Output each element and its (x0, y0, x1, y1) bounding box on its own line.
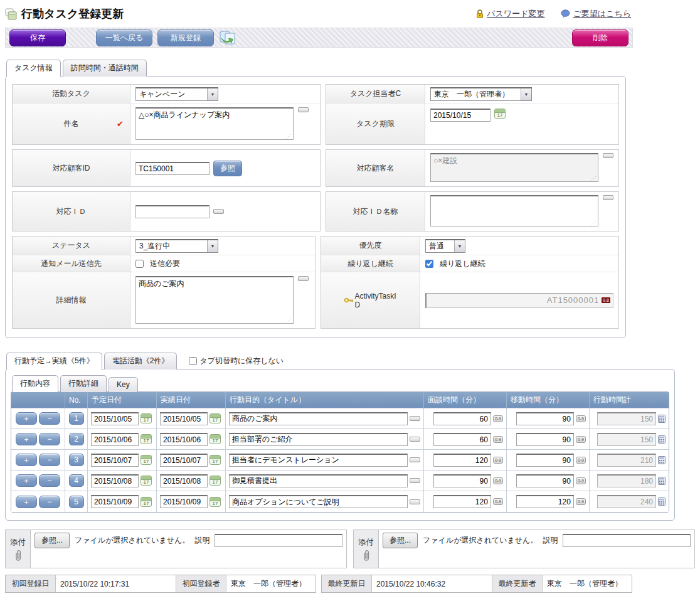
task-owner-select[interactable]: 東京 一郎（管理者） ▼ (430, 87, 532, 101)
activity-task-select[interactable]: キャンペーン ▼ (135, 87, 218, 101)
activity-table-header: No. 予定日付 実績日付 行動目的（タイトル） 面談時間（分） 移動時間（分）… (11, 392, 669, 408)
add-row-button[interactable]: ＋ (16, 474, 37, 487)
last-upd-date-label: 最終更新日 (322, 575, 372, 592)
calendar-icon[interactable]: 17 (141, 413, 152, 423)
no-save-on-tab-switch-checkbox[interactable] (189, 357, 197, 365)
customer-id-input[interactable] (135, 162, 209, 175)
remove-row-button[interactable]: − (39, 412, 60, 425)
browse-file-button[interactable]: 参照... (383, 533, 418, 548)
delete-button[interactable]: 削除 (572, 29, 628, 46)
save-button[interactable]: 保存 (9, 29, 66, 46)
notify-mail-checkbox[interactable] (135, 260, 144, 268)
remove-row-button[interactable]: − (39, 496, 60, 508)
meeting-time-input[interactable] (433, 412, 491, 425)
purpose-input[interactable] (229, 412, 408, 425)
taiou-id-name-textarea[interactable] (430, 195, 598, 226)
task-deadline-input[interactable] (430, 109, 491, 122)
back-to-list-button[interactable]: 一覧へ戻る (96, 29, 152, 46)
expand-field-button[interactable] (298, 276, 309, 281)
description-input[interactable] (215, 534, 342, 547)
actual-date-input[interactable] (160, 454, 208, 467)
status-select[interactable]: 3_進行中 ▼ (135, 239, 218, 253)
add-row-button[interactable]: ＋ (16, 496, 37, 508)
calculator-icon (658, 497, 666, 506)
actual-date-input[interactable] (160, 412, 208, 425)
browse-file-button[interactable]: 参照... (34, 533, 70, 548)
purpose-input[interactable] (229, 474, 408, 487)
header-meeting-time: 面談時間（分） (424, 392, 507, 408)
calendar-icon[interactable]: 17 (209, 434, 221, 444)
tab-action-detail[interactable]: 行動詳細 (60, 375, 107, 392)
repeat-checkbox[interactable] (425, 260, 433, 268)
expand-field-button[interactable] (213, 209, 224, 214)
expand-field-button[interactable] (603, 153, 613, 158)
travel-time-input[interactable] (516, 474, 574, 487)
tab-action-plan[interactable]: 行動予定→実績《5件》 (6, 353, 102, 370)
expand-field-button[interactable] (298, 107, 309, 112)
calendar-icon[interactable]: 17 (141, 476, 152, 486)
tab-action-content[interactable]: 行動内容 (12, 375, 58, 392)
expand-field-button[interactable] (603, 195, 613, 200)
taiou-id-input[interactable] (135, 205, 209, 218)
remove-row-button[interactable]: − (39, 433, 60, 445)
calendar-icon[interactable]: 17 (141, 434, 152, 444)
actual-date-input[interactable] (160, 495, 208, 508)
calendar-icon[interactable]: 17 (209, 413, 221, 423)
expand-field-button[interactable] (410, 437, 420, 442)
travel-time-input[interactable] (516, 433, 574, 446)
expand-field-button[interactable] (410, 499, 420, 504)
purpose-input[interactable] (229, 495, 408, 508)
feedback-link[interactable]: ご要望はこちら (573, 8, 631, 19)
chevron-down-icon: ▼ (454, 240, 465, 252)
priority-select[interactable]: 普通 ▼ (425, 239, 465, 253)
add-row-button[interactable]: ＋ (16, 412, 37, 425)
calendar-icon[interactable]: 17 (141, 497, 152, 507)
calendar-icon[interactable]: 17 (209, 476, 221, 486)
planned-date-input[interactable] (91, 474, 139, 487)
travel-time-input[interactable] (516, 412, 574, 425)
expand-field-button[interactable] (410, 457, 420, 462)
row-number-badge[interactable]: 4 (69, 474, 84, 487)
purpose-input[interactable] (229, 433, 408, 446)
actual-date-input[interactable] (160, 433, 208, 446)
planned-date-input[interactable] (91, 412, 139, 425)
travel-time-input[interactable] (516, 454, 574, 467)
new-registration-button[interactable]: 新規登録 (157, 29, 214, 46)
description-input[interactable] (563, 534, 691, 547)
tab-task-info[interactable]: タスク情報 (6, 60, 61, 77)
copy-record-icon[interactable] (219, 30, 236, 46)
tab-visit-time[interactable]: 訪問時間・通話時間 (63, 60, 147, 77)
expand-field-button[interactable] (410, 478, 420, 483)
add-row-button[interactable]: ＋ (16, 433, 37, 445)
calendar-icon[interactable]: 17 (494, 109, 506, 119)
calendar-icon[interactable]: 17 (209, 497, 221, 507)
subject-textarea[interactable]: △○×商品ラインナップ案内 (135, 107, 294, 140)
meeting-time-input[interactable] (433, 454, 491, 467)
calendar-icon[interactable]: 17 (209, 455, 221, 465)
actual-date-input[interactable] (160, 474, 208, 487)
row-number-badge[interactable]: 3 (69, 454, 84, 466)
meeting-time-input[interactable] (433, 433, 491, 446)
expand-field-button[interactable] (410, 416, 420, 421)
calendar-icon[interactable]: 17 (141, 455, 152, 465)
tab-key[interactable]: Key (109, 377, 138, 392)
row-number-badge[interactable]: 5 (69, 496, 84, 508)
row-number-badge[interactable]: 2 (69, 433, 84, 445)
activity-panel: 行動内容 行動詳細 Key No. 予定日付 実績日付 行動目的（タイトル） 面… (5, 369, 675, 521)
purpose-input[interactable] (229, 454, 408, 467)
password-change-link[interactable]: パスワード変更 (487, 8, 544, 19)
meeting-time-input[interactable] (433, 474, 491, 487)
travel-time-input[interactable] (516, 495, 574, 508)
numeric-input-icon: 0-9 (576, 436, 586, 443)
remove-row-button[interactable]: − (39, 454, 60, 466)
planned-date-input[interactable] (91, 433, 139, 446)
add-row-button[interactable]: ＋ (16, 454, 37, 466)
planned-date-input[interactable] (91, 495, 139, 508)
planned-date-input[interactable] (91, 454, 139, 467)
detail-info-textarea[interactable]: 商品のご案内 (135, 276, 294, 324)
row-number-badge[interactable]: 1 (69, 412, 84, 425)
remove-row-button[interactable]: − (39, 474, 60, 487)
tab-phone-activity[interactable]: 電話活動《2件》 (104, 353, 178, 370)
meeting-time-input[interactable] (433, 495, 491, 508)
customer-ref-button[interactable]: 参照 (213, 161, 242, 176)
